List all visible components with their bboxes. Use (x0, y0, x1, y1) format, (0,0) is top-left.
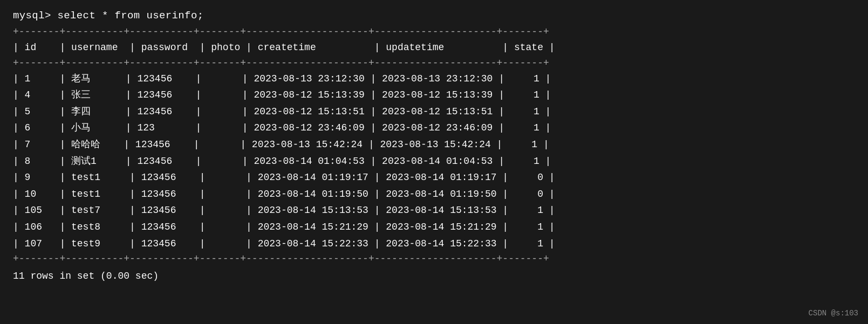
table-row: | 105 | test7 | 123456 | | 2023-08-14 15… (13, 202, 855, 219)
bottom-separator: +-------+----------+-----------+-------+… (13, 252, 855, 266)
table-row: | 6 | 小马 | 123 | | 2023-08-12 23:46:09 |… (13, 120, 855, 136)
table-body: | 1 | 老马 | 123456 | | 2023-08-13 23:12:3… (13, 71, 855, 252)
table-row: | 4 | 张三 | 123456 | | 2023-08-12 15:13:3… (13, 87, 855, 104)
table-row: | 10 | test1 | 123456 | | 2023-08-14 01:… (13, 186, 855, 203)
table-row: | 5 | 李四 | 123456 | | 2023-08-12 15:13:5… (13, 104, 855, 120)
header-separator: +-------+----------+-----------+-------+… (13, 56, 855, 71)
table-row: | 7 | 哈哈哈 | 123456 | | 2023-08-13 15:42:… (13, 136, 855, 153)
table-row: | 1 | 老马 | 123456 | | 2023-08-13 23:12:3… (13, 71, 855, 87)
table-row: | 8 | 测试1 | 123456 | | 2023-08-14 01:04:… (13, 153, 855, 170)
table-header: | id | username | password | photo | cre… (13, 39, 855, 56)
table-row: | 9 | test1 | 123456 | | 2023-08-14 01:1… (13, 169, 855, 186)
top-separator: +-------+----------+-----------+-------+… (13, 25, 855, 39)
watermark-label: CSDN @s:103 (809, 309, 858, 318)
sql-command: mysql> select * from userinfo; (13, 10, 855, 22)
table-row: | 106 | test8 | 123456 | | 2023-08-14 15… (13, 219, 855, 236)
result-footer: 11 rows in set (0.00 sec) (13, 271, 855, 281)
terminal-window: mysql> select * from userinfo; +-------+… (13, 10, 855, 281)
query-result-table: +-------+----------+-----------+-------+… (13, 25, 855, 266)
table-row: | 107 | test9 | 123456 | | 2023-08-14 15… (13, 236, 855, 252)
